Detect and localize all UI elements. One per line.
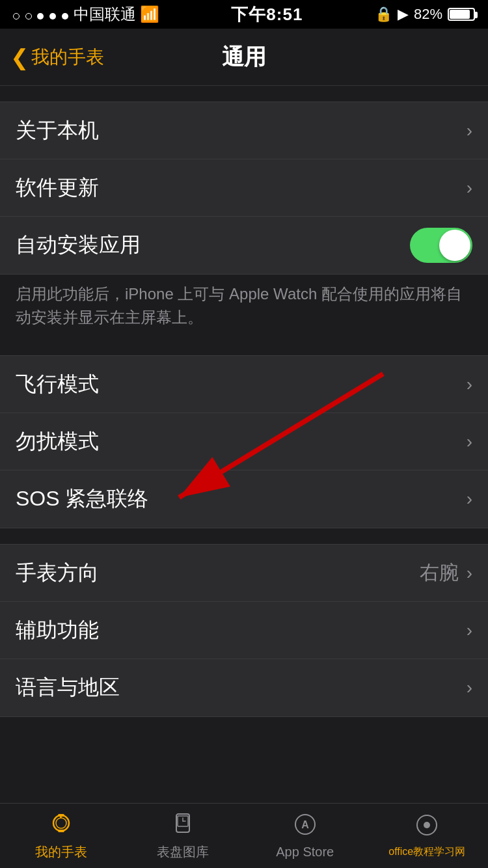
auto-install-description: 启用此功能后，iPhone 上可与 Apple Watch 配合使用的应用将自动… [0,275,488,340]
nav-bar: ❮ 我的手表 通用 [0,29,488,86]
status-bar: 中国联通 📶 下午8:51 🔒 ▶ 82% [0,0,488,29]
row-sos[interactable]: SOS 紧急联络 › [0,470,488,528]
status-right: 🔒 ▶ 82% [375,6,475,23]
row-airplane[interactable]: 飞行模式 › [0,356,488,413]
tab-app-store-label: App Store [276,845,334,860]
battery-percent: 82% [414,6,442,23]
language-region-chevron-icon: › [467,677,472,698]
auto-install-toggle[interactable] [410,228,472,263]
svg-text:A: A [301,819,309,830]
toggle-knob [439,230,470,261]
row-dnd[interactable]: 勿扰模式 › [0,413,488,470]
watch-orientation-chevron-icon: › [467,563,472,584]
watch-orientation-value: 右腕 [420,560,459,586]
back-label: 我的手表 [31,45,104,70]
tab-bar: 我的手表 表盘图库 A App Store [0,803,488,868]
lock-icon: 🔒 [375,6,392,23]
software-update-chevron-icon: › [467,178,472,198]
svg-rect-7 [176,814,189,832]
airplane-chevron-icon: › [467,374,472,395]
carrier-label: 中国联通 [74,4,136,25]
airplane-right: › [464,374,472,395]
status-left: 中国联通 📶 [13,4,159,25]
section-inner-modes: 飞行模式 › 勿扰模式 › SOS 紧急联络 › [0,355,488,528]
row-about[interactable]: 关于本机 › [0,102,488,159]
software-update-right: › [464,178,472,198]
my-watch-icon [49,811,73,841]
watch-orientation-right: 右腕 › [420,560,472,586]
main-content: 关于本机 › 软件更新 › 自动安装应用 [0,86,488,803]
tab-fourth-label: office教程学习网 [388,845,465,859]
about-chevron-icon: › [467,120,472,141]
svg-rect-6 [60,817,62,818]
dnd-label: 勿扰模式 [16,427,99,456]
row-software-update[interactable]: 软件更新 › [0,159,488,217]
bluetooth-icon: ▶ [398,6,409,23]
accessibility-right: › [464,620,472,641]
row-auto-install[interactable]: 自动安装应用 [0,217,488,274]
sos-right: › [464,489,472,509]
tab-watch-faces[interactable]: 表盘图库 [122,804,245,868]
sos-label: SOS 紧急联络 [16,485,148,513]
software-update-label: 软件更新 [16,174,99,202]
app-store-icon: A [293,813,317,842]
section-modes: 飞行模式 › 勿扰模式 › SOS 紧急联络 › [0,355,488,528]
section-general-info: 关于本机 › 软件更新 › 自动安装应用 [0,102,488,340]
sos-chevron-icon: › [467,489,472,509]
status-time: 下午8:51 [231,3,303,26]
about-label: 关于本机 [16,116,99,145]
svg-point-5 [56,818,66,828]
row-watch-orientation[interactable]: 手表方向 右腕 › [0,545,488,602]
back-button[interactable]: ❮ 我的手表 [10,44,104,70]
watch-orientation-label: 手表方向 [16,559,99,588]
airplane-label: 飞行模式 [16,370,99,399]
tab-fourth[interactable]: office教程学习网 [366,804,489,868]
battery-icon [448,8,475,21]
tab-app-store[interactable]: A App Store [244,804,366,868]
fourth-icon [415,813,439,843]
page-title: 通用 [222,42,266,72]
watch-faces-icon [171,811,195,841]
tab-my-watch[interactable]: 我的手表 [0,804,122,868]
auto-install-right [410,228,472,263]
wifi-icon: 📶 [140,5,159,23]
section-inner-preferences: 手表方向 右腕 › 辅助功能 › 语言与地区 › [0,544,488,717]
svg-point-14 [424,822,430,828]
language-region-label: 语言与地区 [16,673,120,702]
dnd-chevron-icon: › [467,431,472,452]
tab-my-watch-label: 我的手表 [35,843,87,861]
dnd-right: › [464,431,472,452]
language-region-right: › [464,677,472,698]
section-preferences: 手表方向 右腕 › 辅助功能 › 语言与地区 › [0,544,488,717]
row-accessibility[interactable]: 辅助功能 › [0,602,488,659]
row-language-region[interactable]: 语言与地区 › [0,659,488,716]
back-chevron-icon: ❮ [10,44,29,70]
accessibility-label: 辅助功能 [16,616,99,645]
tab-watch-faces-label: 表盘图库 [157,843,209,861]
section-inner-general-info: 关于本机 › 软件更新 › 自动安装应用 [0,102,488,275]
about-right: › [464,120,472,141]
accessibility-chevron-icon: › [467,620,472,641]
signal-dots [13,5,70,23]
auto-install-label: 自动安装应用 [16,231,141,260]
